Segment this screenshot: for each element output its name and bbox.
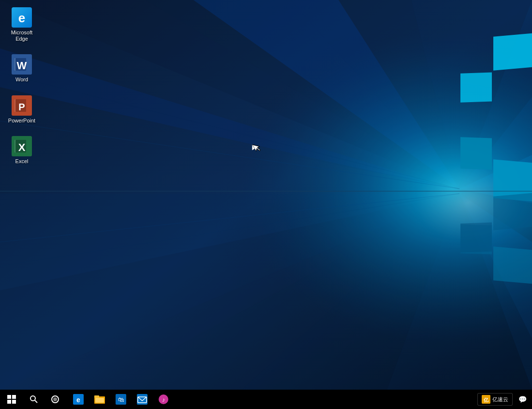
word-icon: W	[12, 54, 32, 75]
svg-point-58	[53, 397, 57, 401]
desktop-icons: e MicrosoftEdge W Word	[2, 5, 41, 167]
svg-text:e: e	[18, 11, 25, 25]
taskbar-pinned: e 🛍	[68, 390, 174, 409]
svg-text:W: W	[17, 60, 27, 72]
edge-icon-label: MicrosoftEdge	[11, 30, 33, 42]
svg-text:亿: 亿	[483, 397, 489, 403]
word-icon-label: Word	[15, 76, 28, 83]
yisuyun-badge[interactable]: 亿 亿速云	[477, 393, 513, 406]
svg-text:♪: ♪	[162, 396, 165, 403]
yisuyun-icon: 亿	[482, 395, 490, 404]
svg-text:e: e	[76, 396, 80, 404]
desktop-icon-excel[interactable]: X Excel	[2, 134, 41, 167]
taskbar-right: 亿 亿速云 💬	[477, 390, 532, 409]
yisuyun-label: 亿速云	[492, 396, 508, 403]
svg-line-56	[35, 400, 37, 403]
svg-rect-52	[12, 395, 16, 399]
start-button[interactable]	[0, 390, 23, 409]
svg-text:🛍: 🛍	[118, 396, 124, 403]
svg-rect-54	[12, 400, 16, 404]
taskbar-app-mail[interactable]	[132, 390, 153, 409]
desktop-icon-word[interactable]: W Word	[2, 52, 41, 85]
svg-point-55	[30, 396, 35, 401]
taskbar-app-extra[interactable]: ♪	[153, 390, 174, 409]
word-icon-bg: W	[12, 54, 32, 75]
taskbar-app-store[interactable]: 🛍	[110, 390, 132, 409]
svg-text:P: P	[18, 102, 25, 112]
taskbar-app-edge[interactable]: e	[68, 390, 89, 409]
desktop-icon-powerpoint[interactable]: P PowerPoint	[2, 93, 41, 126]
edge-icon: e	[12, 7, 32, 28]
powerpoint-icon: P	[12, 95, 32, 116]
excel-icon: X	[12, 136, 32, 156]
cortana-button[interactable]	[44, 390, 66, 409]
svg-rect-62	[94, 395, 99, 398]
taskbar-left	[0, 390, 66, 409]
svg-rect-51	[7, 395, 11, 399]
svg-rect-63	[95, 398, 104, 403]
svg-rect-53	[7, 400, 11, 404]
svg-text:X: X	[18, 141, 26, 153]
taskbar-app-file-explorer[interactable]	[89, 390, 110, 409]
taskbar: e 🛍	[0, 390, 532, 409]
desktop: e MicrosoftEdge W Word	[0, 0, 532, 390]
powerpoint-icon-label: PowerPoint	[8, 118, 35, 124]
notification-icon[interactable]: 💬	[515, 390, 530, 409]
excel-icon-label: Excel	[15, 158, 29, 165]
desktop-icon-edge[interactable]: e MicrosoftEdge	[2, 5, 41, 45]
search-button[interactable]	[23, 390, 44, 409]
wallpaper	[0, 0, 532, 390]
